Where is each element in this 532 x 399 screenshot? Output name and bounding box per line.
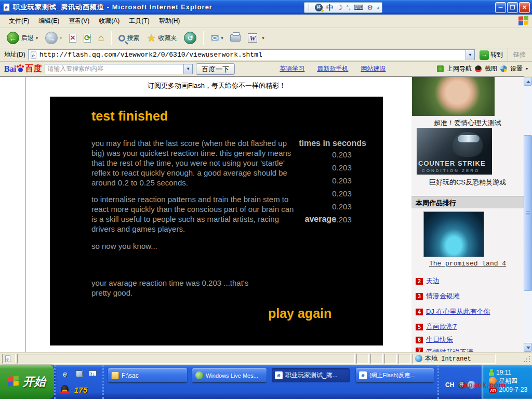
rank-link[interactable]: 天边 [426,276,440,286]
menu-view[interactable]: 查看(V) [64,15,94,27]
ime-halfwidth-icon[interactable]: ☽ [337,4,343,11]
rank-item-3[interactable]: 3 情漫金银滩 [416,292,522,300]
go-button[interactable]: → 转到 [477,50,505,60]
baidu-search-dropdown-icon[interactable]: ▼ [183,64,192,74]
home-button[interactable]: ⌂ [96,31,107,45]
scroll-up-button[interactable] [524,77,532,86]
rank-link[interactable]: 爱情对我说不清 [426,348,473,352]
baidu-search-input[interactable]: 请输入要搜索的内容 ▼ [45,64,193,74]
close-button[interactable]: ✕ [519,2,530,13]
baidu-settings-button[interactable]: 设置 [510,64,523,73]
menu-help[interactable]: 帮助(H) [154,15,185,27]
task-fsac[interactable]: F:\sac [108,368,187,382]
ime-settings-icon[interactable]: ⚙ [367,4,373,11]
task-messenger[interactable]: Windows Live Mes... [192,368,267,382]
qq-icon[interactable] [60,384,70,395]
ime-punct-icon[interactable]: °, [347,5,350,10]
ime-toolbar[interactable]: 将 中 ☽ °, ⌨ ⚙ ◂ [304,2,382,13]
scrollbar-thumb[interactable] [524,135,532,291]
forward-icon: → [45,32,58,44]
rank-item-2[interactable]: 2 天边 [416,277,522,285]
vertical-scrollbar[interactable] [524,77,532,352]
edit-word-button[interactable]: W [245,32,260,44]
ie-quicklaunch-icon[interactable]: e [60,369,70,379]
resize-grip[interactable] [524,355,531,362]
word-dropdown-icon[interactable]: ▾ [262,36,264,41]
stop-button[interactable]: × [66,32,79,44]
search-icon [118,35,125,42]
ad-cs-image[interactable]: COUNTER STRIKE CONDITION ZERO [417,128,492,175]
ad-psych-test-caption[interactable]: 超准！爱情心理大测试 [411,118,524,128]
rank-item-6[interactable]: 6 生日快乐 [416,336,522,344]
ime-drag-handle[interactable] [309,4,310,11]
search-label: 搜索 [127,34,140,43]
ime-brand-icon[interactable]: 将 [315,4,323,11]
favorites-button[interactable]: ★ 收藏夹 [144,30,180,46]
back-button[interactable]: ← 后退 ▾ [4,30,41,46]
address-dropdown-icon[interactable]: ▼ [466,50,474,60]
flash-reaction-test[interactable]: test finished you may find that the last… [50,97,383,345]
baidu-capture-button[interactable]: 截图 [485,64,497,73]
ime-chinese-mode[interactable]: 中 [326,3,333,12]
task-buttons: F:\sac Windows Live Mes... e 职业玩家测试_腾...… [104,365,437,399]
standard-toolbar: ← 后退 ▾ → ▾ × ⟳ ⌂ 搜索 ★ 收藏夹 ↺ ✉▾ W ▾ [0,28,532,48]
ad-psych-test-image[interactable] [412,77,495,116]
address-url: http://flash.qq.com/viewwork2/0/6310/vie… [39,51,262,59]
ie-icon: e [275,371,283,379]
rank1-link[interactable]: The promised land 4 [411,260,524,268]
mail-button[interactable]: ✉▾ [208,31,225,46]
address-input[interactable]: e http://flash.qq.com/viewwork2/0/6310/v… [28,49,475,60]
outlook-express-icon[interactable]: ↻ [88,369,98,379]
settings-dropdown-icon[interactable]: ▾ [526,66,528,71]
links-label[interactable]: 链接 [508,48,530,61]
print-button[interactable] [228,33,243,43]
baidu-link-webbuild[interactable]: 网站建设 [361,64,385,73]
ad-cs-caption[interactable]: 巨好玩的CS反恐精英游戏 [411,178,524,187]
search-button[interactable]: 搜索 [116,32,142,44]
menu-tools[interactable]: 工具(T) [124,15,154,27]
rank-link[interactable]: 音画欣赏7 [426,322,457,331]
scroll-down-button[interactable] [524,343,532,352]
mail-dropdown-icon[interactable]: ▾ [221,36,223,41]
play-again-button[interactable]: play again [268,306,331,321]
forward-button[interactable]: → ▾ [43,30,64,46]
maximize-button[interactable]: ❐ [507,2,518,13]
forward-dropdown-icon: ▾ [60,36,62,41]
ime-keyboard-icon[interactable]: ⌨ [353,4,363,11]
rank-item-4[interactable]: 4 DJ 在心里从此有个你 [416,308,522,316]
rank-item-7-clipped[interactable]: 7 爱情对我说不清 [416,348,522,352]
time-value: 0.203 [326,202,357,211]
rank-link[interactable]: DJ 在心里从此有个你 [426,307,490,316]
settings-gear-icon [500,65,507,72]
baidu-link-phones[interactable]: 最新款手机 [317,64,348,73]
svg-text:e: e [5,5,8,10]
rank1-thumbnail[interactable] [423,211,484,257]
cs-visor-graphic [458,135,480,142]
baidu-link-english[interactable]: 英语学习 [280,64,304,73]
menu-file[interactable]: 文件(F) [4,15,34,27]
status-panel [398,354,411,364]
page-left-border [25,76,26,352]
language-indicator[interactable]: CH [445,381,454,389]
task-ie-flash[interactable]: e (網上Flash)反應... [356,368,434,382]
cs-title-line1: COUNTER STRIKE [418,159,486,167]
zone-label: 本地 Intranet [425,354,471,363]
back-dropdown-icon[interactable]: ▾ [36,36,38,41]
task-ie-active[interactable]: e 职业玩家测试_腾... [272,368,350,382]
baidu-nav-button[interactable]: 上网导航 [447,64,472,73]
rank-badge: 3 [416,293,423,300]
rank-item-5[interactable]: 5 音画欣赏7 [416,323,522,331]
baidu-search-button[interactable]: 百度一下 [196,63,235,75]
history-button[interactable]: ↺ [181,30,199,46]
user-status-icon[interactable] [489,369,494,376]
start-button[interactable]: 开始 [0,365,54,399]
refresh-button[interactable]: ⟳ [81,32,94,44]
windows-logo-icon [518,16,530,27]
rank-link[interactable]: 情漫金银滩 [426,291,460,301]
ime-collapse-icon[interactable]: ◂ [377,5,379,10]
menu-edit[interactable]: 编辑(E) [34,15,64,27]
minimize-button[interactable]: ─ [495,2,506,13]
show-desktop-icon[interactable]: 🗔 [74,369,85,379]
rank-link[interactable]: 生日快乐 [426,335,453,344]
menu-favorites[interactable]: 收藏(A) [94,15,124,27]
